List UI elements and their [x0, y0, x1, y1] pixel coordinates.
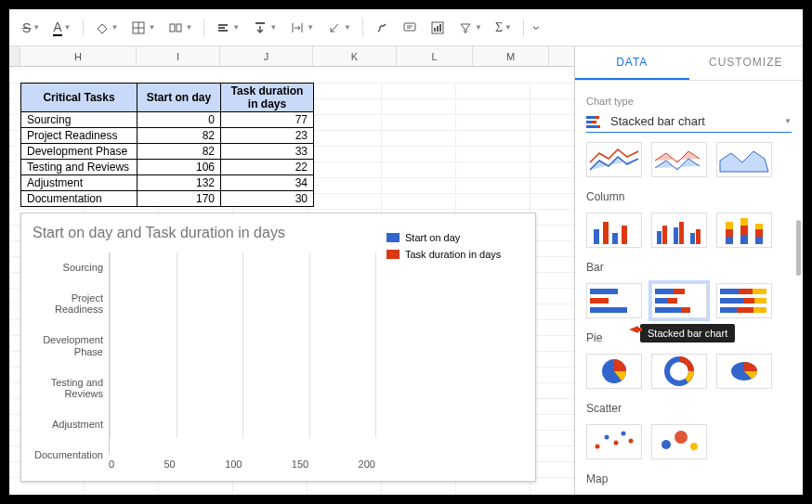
svg-rect-30 — [662, 226, 667, 244]
svg-rect-31 — [674, 227, 678, 244]
svg-rect-26 — [603, 222, 609, 244]
col-header[interactable]: H — [20, 46, 137, 66]
chart-type-select[interactable]: Stacked bar chart ▼ — [586, 110, 792, 133]
chart-plot-area — [109, 252, 375, 455]
chevron-down-icon: ▼ — [784, 117, 792, 125]
v-align-button[interactable]: ▼ — [247, 17, 282, 39]
svg-point-69 — [614, 441, 619, 446]
col-header[interactable]: K — [313, 46, 397, 66]
spreadsheet-area[interactable]: H I J K L M Critical Tasks Start on day … — [9, 46, 574, 495]
svg-rect-36 — [726, 229, 733, 237]
chart-thumb-column-stacked[interactable] — [716, 213, 772, 248]
text-color-button[interactable]: A▼ — [47, 16, 76, 40]
tab-customize[interactable]: CUSTOMIZE — [689, 46, 804, 80]
svg-point-72 — [661, 440, 671, 449]
svg-rect-25 — [594, 229, 599, 244]
svg-rect-4 — [177, 24, 181, 32]
chart-thumb-area2[interactable] — [651, 142, 707, 177]
column-headers: H I J K L M — [9, 46, 574, 67]
col-header[interactable]: L — [397, 46, 473, 66]
h-align-button[interactable]: ▼ — [210, 17, 245, 39]
comment-button[interactable] — [397, 17, 423, 39]
svg-rect-60 — [737, 307, 753, 313]
svg-rect-3 — [170, 24, 175, 32]
chart-thumb-pie[interactable] — [586, 354, 642, 389]
wrap-button[interactable]: ▼ — [284, 17, 320, 39]
functions-button[interactable]: Σ▼ — [490, 17, 517, 39]
data-table[interactable]: Critical Tasks Start on day Task duratio… — [20, 83, 314, 207]
chart-type-label: Chart type — [586, 96, 792, 107]
borders-button[interactable]: ▼ — [125, 17, 161, 39]
svg-rect-11 — [404, 23, 415, 31]
svg-rect-57 — [743, 298, 754, 304]
col-header[interactable]: M — [473, 46, 549, 66]
svg-marker-62 — [629, 326, 638, 333]
svg-rect-56 — [720, 298, 743, 304]
svg-rect-51 — [655, 307, 681, 313]
chart-thumb-scatter[interactable] — [586, 424, 642, 459]
svg-rect-34 — [696, 229, 701, 244]
col-header[interactable]: J — [220, 46, 313, 66]
chart-thumb-column[interactable] — [586, 213, 642, 248]
table-header[interactable]: Task duration in days — [221, 84, 314, 112]
svg-rect-21 — [592, 121, 596, 123]
svg-rect-16 — [437, 26, 439, 32]
chart-title: Start on day and Task duration in days — [33, 225, 375, 241]
svg-rect-52 — [681, 307, 690, 313]
table-row: Sourcing077 — [21, 112, 314, 128]
expand-toolbar-button[interactable]: › — [530, 17, 545, 39]
embedded-chart[interactable]: Start on day and Task duration in days S… — [20, 213, 536, 482]
chart-x-ticks: 0 50 100 150 200 — [109, 455, 375, 470]
svg-rect-47 — [655, 289, 674, 294]
insert-chart-button[interactable] — [425, 17, 451, 39]
svg-rect-41 — [755, 224, 763, 229]
fill-color-button[interactable]: ▼ — [89, 17, 124, 39]
chart-thumb-stacked-bar[interactable] — [651, 283, 707, 318]
chart-thumb-bar[interactable] — [586, 283, 642, 318]
col-header[interactable]: I — [137, 46, 220, 66]
svg-rect-39 — [740, 226, 748, 235]
chart-thumb-column-grouped[interactable] — [651, 213, 707, 248]
strikethrough-button[interactable]: S▼ — [17, 17, 46, 39]
svg-point-73 — [674, 431, 688, 444]
svg-rect-44 — [590, 289, 618, 294]
svg-rect-55 — [753, 289, 766, 294]
svg-rect-61 — [753, 307, 766, 313]
svg-rect-46 — [590, 307, 627, 313]
svg-rect-53 — [720, 289, 739, 294]
chart-y-labels: Sourcing ProjectReadiness DevelopmentPha… — [33, 252, 109, 470]
rotate-button[interactable]: ▼ — [321, 17, 357, 39]
svg-rect-23 — [597, 125, 600, 128]
svg-rect-40 — [740, 235, 748, 244]
chart-thumb-donut[interactable] — [651, 354, 707, 389]
scrollbar[interactable] — [796, 220, 801, 276]
chart-editor-panel: Chart editor × DATA CUSTOMIZE Chart type… — [574, 46, 803, 495]
filter-button[interactable]: ▼ — [452, 17, 488, 39]
svg-rect-15 — [434, 28, 436, 32]
section-column: Column — [586, 190, 792, 203]
table-row: Testing and Reviews10622 — [21, 160, 314, 175]
table-header[interactable]: Critical Tasks — [21, 84, 138, 112]
svg-point-74 — [690, 443, 698, 450]
table-row: Development Phase8233 — [21, 144, 314, 160]
table-header[interactable]: Start on day — [138, 84, 221, 112]
svg-rect-49 — [655, 298, 668, 304]
link-button[interactable] — [369, 17, 395, 39]
merge-button[interactable]: ▼ — [163, 17, 198, 39]
chart-thumb-100-stacked-bar[interactable] — [716, 283, 772, 318]
svg-rect-58 — [754, 298, 766, 304]
svg-marker-24 — [720, 151, 768, 172]
chart-thumb-pie-3d[interactable] — [716, 354, 772, 389]
chart-type-value: Stacked bar chart — [610, 114, 705, 128]
svg-rect-27 — [612, 233, 618, 244]
tab-data[interactable]: DATA — [575, 46, 689, 80]
svg-rect-59 — [720, 307, 737, 313]
section-bar: Bar — [586, 261, 792, 274]
svg-point-71 — [629, 439, 634, 444]
chart-thumb-area1[interactable] — [586, 142, 642, 177]
svg-rect-19 — [596, 116, 599, 119]
chart-thumb-area3[interactable] — [716, 142, 772, 177]
svg-rect-32 — [679, 222, 684, 244]
chart-thumb-bubble[interactable] — [651, 424, 707, 459]
svg-point-68 — [605, 435, 609, 440]
